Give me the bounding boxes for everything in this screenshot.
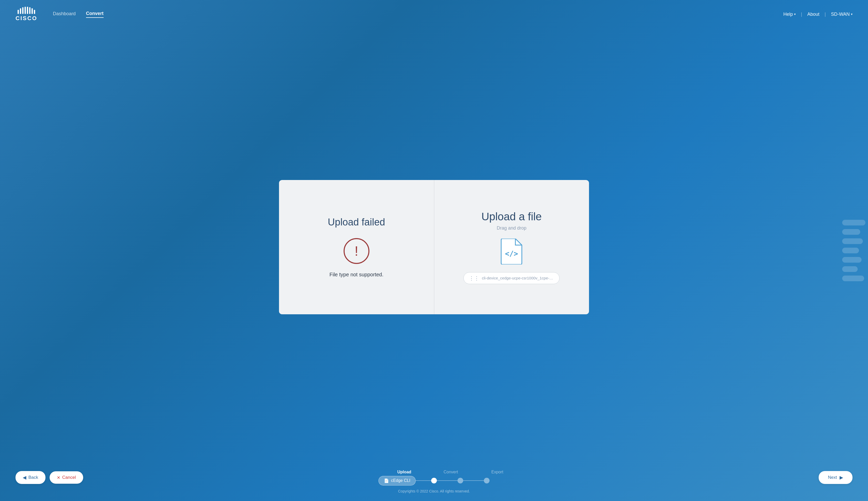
step-pill-icon: 📄 [384,478,389,483]
sdwan-label: SD-WAN [831,12,850,17]
cisco-logo-bars [18,7,35,14]
logo-bar [32,8,33,14]
drag-drop-label: Drag and drop [497,225,527,231]
help-link[interactable]: Help ▾ [783,12,796,17]
cancel-label: Cancel [62,475,76,480]
logo-area: CISCO [15,7,38,22]
footer-copyright: Copyrights © 2022 Cisco. All rights rese… [15,489,853,493]
step-label-convert: Convert [438,470,464,475]
step-labels: Upload Convert Export [358,470,510,475]
upload-failed-title: Upload failed [328,217,385,228]
header: CISCO Dashboard Convert Help ▾ | About |… [0,0,868,29]
upload-card: Upload failed ! File type not supported.… [279,180,589,314]
footer: ◀ Back ✕ Cancel Upload Convert Export 📄 [0,466,868,501]
step-pill-label: cEdge CLI [391,478,411,483]
bg-bar [842,229,860,235]
back-icon: ◀ [23,475,27,480]
file-code-icon[interactable]: </> [500,238,523,265]
step-dot-3 [484,478,489,483]
logo-bar [22,7,23,14]
error-exclamation-icon: ! [355,244,358,258]
sdwan-chevron-icon: ▾ [851,12,853,16]
logo-bar [29,7,31,14]
upload-failed-panel: Upload failed ! File type not supported. [279,180,434,314]
step-label-export: Export [484,470,510,475]
cisco-logo: CISCO [15,7,38,22]
next-label: Next [828,475,837,480]
about-link[interactable]: About [807,12,819,17]
separator: | [801,12,802,17]
logo-bar [27,7,28,14]
next-button[interactable]: Next ▶ [819,471,853,484]
main-content: Upload failed ! File type not supported.… [0,29,868,466]
cancel-icon: ✕ [57,475,60,480]
step-dot-1 [431,478,437,483]
sdwan-link[interactable]: SD-WAN ▾ [831,12,853,17]
upload-file-panel: Upload a file Drag and drop </> ⋮⋮ cli-d… [434,180,589,314]
cancel-button[interactable]: ✕ Cancel [50,471,83,484]
file-name-display: cli-device_cedge-ucpe-csr1000v_1cpe-uc1_… [482,276,554,280]
cisco-logo-text: CISCO [15,15,38,22]
error-icon-circle: ! [343,238,369,264]
stepper: Upload Convert Export 📄 cEdge CLI [358,470,510,486]
nav-convert[interactable]: Convert [86,11,104,18]
bg-bar [842,276,864,281]
logo-bar [20,8,21,14]
separator: | [825,12,826,17]
step-line-3 [463,480,484,481]
nav-dashboard[interactable]: Dashboard [53,11,76,18]
bg-bar [842,220,865,225]
help-label: Help [783,12,793,17]
stepper-row: ◀ Back ✕ Cancel Upload Convert Export 📄 [15,471,853,485]
step-pill: 📄 cEdge CLI [379,476,416,486]
logo-bar [34,10,35,14]
header-right: Help ▾ | About | SD-WAN ▾ [783,12,853,17]
help-chevron-icon: ▾ [794,12,796,16]
bg-bar [842,238,863,244]
grid-icon: ⋮⋮ [469,275,479,281]
step-line-1 [416,480,431,481]
step-track: 📄 cEdge CLI [379,476,490,486]
logo-bar [24,7,26,14]
step-dot-2 [457,478,463,483]
svg-text:</>: </> [505,249,518,258]
back-label: Back [29,475,38,480]
bg-bar [842,266,858,272]
main-nav: Dashboard Convert [53,11,104,18]
file-input-area[interactable]: ⋮⋮ cli-device_cedge-ucpe-csr1000v_1cpe-u… [464,272,560,284]
logo-bar [18,10,19,14]
bg-bar [842,257,861,263]
error-message: File type not supported. [329,272,383,278]
upload-file-title: Upload a file [481,211,542,223]
next-icon: ▶ [839,475,843,480]
step-label-upload: Upload [391,470,417,475]
background-decoration [842,220,868,281]
bg-bar [842,248,859,253]
back-button[interactable]: ◀ Back [15,471,45,484]
step-line-2 [437,480,457,481]
